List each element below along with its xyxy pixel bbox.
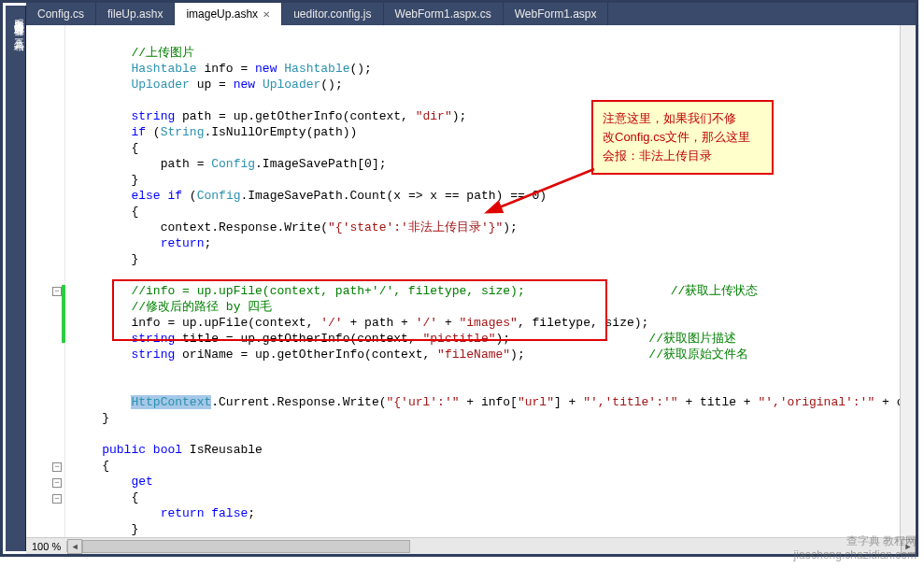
change-marker xyxy=(62,285,65,343)
vertical-scrollbar[interactable] xyxy=(900,25,916,537)
fold-icon[interactable]: − xyxy=(52,287,62,296)
annotation-callout: 注意这里，如果我们不修 改Config.cs文件，那么这里 会报：非法上传目录 xyxy=(591,100,774,175)
tab-fileup[interactable]: fileUp.ashx xyxy=(96,3,175,25)
editor-gutter: − − − − xyxy=(26,25,65,554)
code-content: //上传图片 Hashtable info = new Hashtable();… xyxy=(73,29,899,553)
fold-icon[interactable]: − xyxy=(52,494,62,504)
fold-icon[interactable]: − xyxy=(52,478,62,488)
code-editor[interactable]: − − − − //上传图片 Hashtable info = new Hash… xyxy=(26,25,916,554)
zoom-level[interactable]: 100 % xyxy=(26,541,67,552)
scroll-left-icon[interactable]: ◄ xyxy=(67,539,82,554)
tab-config-cs[interactable]: Config.cs xyxy=(26,3,96,25)
side-tool-panel[interactable]: 服务器资源管理器 工具箱 xyxy=(6,6,26,551)
watermark: 查字典 教程网 jiaocheng.chazidian.com xyxy=(794,534,917,562)
tab-bar: Config.cs fileUp.ashx imageUp.ashx✕ uedi… xyxy=(26,3,916,25)
fold-icon[interactable]: − xyxy=(52,462,62,472)
toolbox-label: 工具箱 xyxy=(13,31,24,34)
scrollbar-thumb[interactable] xyxy=(82,540,409,553)
horizontal-scrollbar[interactable] xyxy=(82,539,901,554)
tab-webform-cs[interactable]: WebForm1.aspx.cs xyxy=(384,3,504,25)
tab-imageup[interactable]: imageUp.ashx✕ xyxy=(175,3,282,25)
server-explorer-label: 服务器资源管理器 xyxy=(13,11,24,19)
tab-ueditor-config[interactable]: ueditor.config.js xyxy=(282,3,383,25)
tab-webform-aspx[interactable]: WebForm1.aspx xyxy=(504,3,609,25)
status-bar: 100 % ◄ ► xyxy=(26,537,916,554)
close-icon[interactable]: ✕ xyxy=(263,9,270,20)
